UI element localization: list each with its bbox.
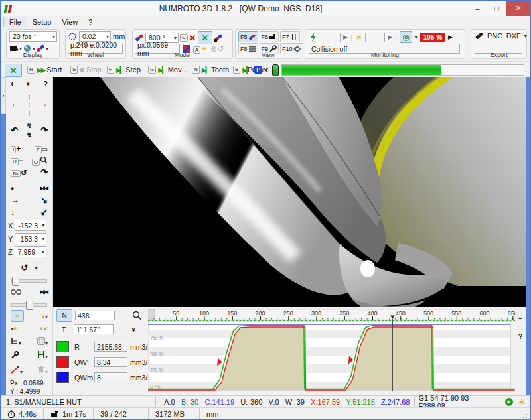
model-wheel-icon[interactable]: [214, 33, 223, 42]
render-mode-dropdown[interactable]: ▾: [19, 46, 22, 52]
center-view-button[interactable]: ▶▮◀: [40, 287, 48, 297]
resize-grip[interactable]: [522, 412, 529, 419]
target-icon: ◎: [402, 33, 409, 42]
rotate-right-button[interactable]: ↷: [40, 126, 48, 135]
fkey-f7[interactable]: F7: [280, 31, 300, 42]
title-bar[interactable]: NUMROTO 3D 1.8.2 - [QW-Demo_NGS_D18] – □…: [1, 1, 530, 16]
n-position-button[interactable]: N: [56, 309, 72, 322]
stereo-glasses-icon[interactable]: [11, 289, 21, 295]
view-down-button[interactable]: ↓: [11, 208, 15, 217]
clear-model-button[interactable]: ✕: [189, 33, 196, 43]
f6-machine-icon: [269, 33, 277, 41]
target-monitor-button[interactable]: ◎: [400, 31, 412, 43]
n-position-field[interactable]: 436: [75, 311, 115, 320]
fkey-f5[interactable]: F5: [238, 31, 258, 42]
chart-help-button[interactable]: ?: [518, 332, 523, 340]
menu-setup[interactable]: Setup: [27, 17, 57, 27]
fps-select[interactable]: 20 fps *▾: [9, 31, 57, 42]
zoom-out-button[interactable]: U−: [11, 156, 23, 165]
floor-button[interactable]: ▾: [11, 337, 21, 346]
measure-button[interactable]: ▾: [11, 366, 23, 375]
tooth-button[interactable]: N▶▎Tooth: [192, 64, 229, 76]
qw-value-field: 8.34: [94, 357, 127, 367]
z-axis-select[interactable]: 7.959▾: [15, 246, 46, 257]
y-axis-select[interactable]: -153.3▾: [15, 233, 46, 244]
view-down-left-button[interactable]: ↙: [40, 208, 48, 217]
floor-icon: [11, 337, 19, 345]
menu-file[interactable]: File: [3, 17, 27, 27]
target-dropdown[interactable]: ▾: [415, 35, 417, 40]
svg-text:400: 400: [367, 310, 377, 316]
close-button[interactable]: ✕: [506, 1, 530, 16]
fit-view-button[interactable]: ▶▮◀: [40, 184, 48, 193]
right-window-edge: [526, 77, 531, 395]
export-dropdown[interactable]: ▾: [524, 33, 527, 39]
menu-help[interactable]: ?: [83, 17, 98, 27]
y-axis-label: Y: [8, 235, 13, 243]
load-play-icon[interactable]: ▶: [448, 34, 453, 40]
export-png-button[interactable]: PNG: [487, 32, 503, 40]
x-axis-select[interactable]: -152.3▾: [15, 220, 46, 231]
search-icon[interactable]: [132, 311, 142, 320]
movement-button[interactable]: G▶▎Mov...: [148, 64, 187, 76]
settings-wrench-icon[interactable]: [11, 351, 19, 359]
spin-down-button[interactable]: ↯: [27, 131, 32, 140]
stereo-slider[interactable]: [11, 303, 47, 307]
export-dxf-button[interactable]: DXF: [506, 32, 521, 40]
trash-icon: [37, 366, 45, 374]
stop-button[interactable]: S■Stop: [70, 64, 102, 76]
left-window-edge: [1, 77, 6, 395]
zoom-window-button[interactable]: Z▭: [35, 145, 48, 153]
svg-text:600: 600: [479, 310, 489, 316]
view-undo-button[interactable]: Bk↺: [11, 168, 27, 177]
delete-measure-button[interactable]: ▾: [37, 366, 48, 375]
rotation-slider[interactable]: [11, 279, 47, 283]
expand-icon[interactable]: »: [130, 327, 138, 331]
start-button[interactable]: R▶▶Start: [27, 64, 62, 76]
light-down-button[interactable]: ●▾: [42, 312, 48, 320]
export-image-icon: [475, 31, 484, 40]
zoom-original-button[interactable]: O: [32, 156, 48, 166]
model-active-button[interactable]: ✕: [198, 31, 212, 44]
speed-play-icon[interactable]: ▶: [343, 34, 348, 40]
rotation-reset-button[interactable]: ↺: [21, 263, 29, 273]
step-button[interactable]: F▶▎Step: [107, 64, 141, 76]
coolant-override-field[interactable]: -: [365, 33, 385, 42]
back-view-button[interactable]: ‹: [11, 79, 13, 88]
light-toggle-button[interactable]: ☀: [11, 310, 24, 322]
removal-rate-chart[interactable]: 5010015020025030035040045050055060065075…: [148, 309, 515, 394]
sidebar-collapse-handle[interactable]: ›: [1, 77, 6, 114]
fkey-f6[interactable]: F6: [260, 31, 279, 42]
sidebar-help-button[interactable]: ?: [43, 79, 48, 88]
sim-close-button[interactable]: ✕: [5, 64, 22, 77]
sphere-display-dropdown[interactable]: ▾: [33, 46, 35, 52]
view-redo-button[interactable]: ↷: [40, 168, 48, 177]
pan-left-button[interactable]: ←: [11, 100, 19, 109]
maximize-button[interactable]: □: [487, 1, 506, 16]
spin-up-button[interactable]: ↯: [27, 121, 32, 131]
pan-down-button[interactable]: ↓: [27, 108, 31, 117]
chart-collapse-button[interactable]: ›: [516, 317, 525, 320]
light-left-button[interactable]: ◂●: [11, 324, 17, 332]
rotate-left-button[interactable]: ↶: [11, 126, 18, 135]
pan-right-button[interactable]: →: [39, 100, 48, 109]
pan-up-button[interactable]: ↑: [27, 92, 31, 101]
pause-mode-button[interactable]: PP▾: [248, 64, 267, 76]
speed-override-field[interactable]: -: [321, 33, 341, 42]
wheel-display-dropdown[interactable]: ▾: [46, 46, 48, 52]
f7-bars-icon: [290, 33, 298, 41]
coolant-play-icon[interactable]: ▶: [388, 34, 392, 40]
record-view-button[interactable]: ●: [11, 184, 14, 193]
light-corner-button[interactable]: ●↙: [40, 324, 48, 332]
view-right-button[interactable]: →: [11, 196, 19, 205]
view-down-right-button[interactable]: ↘: [40, 196, 48, 205]
minimize-button[interactable]: –: [468, 1, 487, 16]
menu-view[interactable]: View: [56, 17, 83, 27]
zoom-in-button[interactable]: I+: [11, 144, 21, 153]
save-view-button[interactable]: ▾: [37, 350, 48, 360]
viewport-3d[interactable]: [53, 77, 526, 307]
rotation-dropdown[interactable]: ▾: [35, 265, 37, 271]
grid-button[interactable]: ▾: [37, 337, 48, 346]
apply-view-button[interactable]: »: [24, 82, 33, 86]
magnifier-icon: [40, 156, 48, 164]
